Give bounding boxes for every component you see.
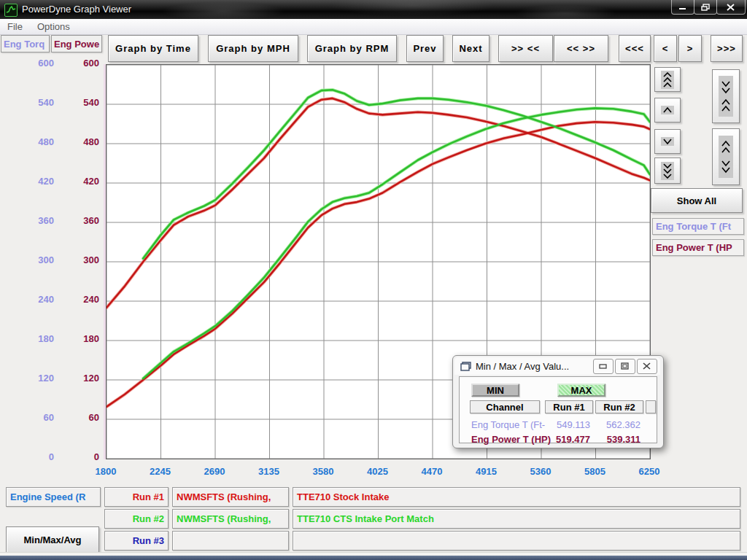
y-tick-torque-600: 600 [1, 58, 54, 69]
toolbar-button-[interactable]: > [678, 35, 702, 62]
minmax-col-run1: Run #1 [545, 400, 593, 413]
toolbar-button-graph-by-mph[interactable]: Graph by MPH [208, 35, 298, 62]
y-tick-power-360: 360 [48, 215, 99, 226]
toolbar-button-[interactable]: < [654, 35, 677, 62]
y-tick-power-300: 300 [48, 254, 99, 265]
y-tick-torque-480: 480 [1, 136, 54, 147]
aero-glass-shine [131, 0, 642, 19]
x-tick-4470: 4470 [403, 466, 461, 477]
toolbar-button-[interactable]: >> << [498, 35, 553, 62]
minmax-row2-channel: Eng Power T (HP) [471, 434, 551, 445]
run2-desc-box[interactable]: TTE710 CTS Intake Port Match [293, 509, 740, 529]
y-tick-power-540: 540 [48, 97, 99, 108]
channel-label-power-text: Eng Power T (HP [656, 242, 732, 253]
minmax-row1-run1: 549.113 [545, 419, 590, 430]
y-tick-torque-60: 60 [1, 412, 54, 423]
x-tick-4025: 4025 [349, 466, 407, 477]
scroll-up-icon[interactable] [654, 98, 681, 122]
run1-file: NWMSFTS (Rushing, [177, 491, 271, 502]
x-tick-2690: 2690 [185, 466, 244, 477]
toolbar-button-[interactable]: <<< [619, 35, 651, 62]
run1-label: Run #1 [133, 491, 164, 502]
minmax-row1-run2: 562.362 [595, 419, 640, 430]
close-icon[interactable] [716, 0, 746, 15]
x-tick-1800: 1800 [77, 466, 135, 477]
tab-eng-power[interactable]: Eng Powe [51, 35, 102, 52]
minmax-col-clipped [646, 400, 656, 413]
toolbar-button-[interactable]: << >> [554, 35, 608, 62]
y-tick-power-120: 120 [48, 373, 99, 384]
menu-bar: File Options [0, 19, 747, 35]
menu-file[interactable]: File [0, 21, 30, 32]
run3-desc-box[interactable] [293, 531, 740, 551]
toolbar-button-[interactable]: >>> [711, 35, 743, 62]
form-icon [460, 362, 471, 371]
min-max-avg-button[interactable]: Min/Max/Avg [6, 526, 99, 553]
y-tick-torque-120: 120 [1, 373, 54, 384]
min-tab[interactable]: MIN [471, 384, 519, 397]
x-tick-5805: 5805 [566, 466, 624, 477]
run2-file: NWMSFTS (Rushing, [177, 513, 271, 524]
tab-eng-power-label: Eng Powe [54, 39, 99, 50]
toolbar-button-graph-by-rpm[interactable]: Graph by RPM [307, 35, 397, 62]
run3-file-box[interactable] [172, 531, 289, 551]
minimize-button[interactable] [671, 0, 694, 15]
y-tick-torque-420: 420 [1, 176, 54, 187]
toolbar-button-graph-by-time[interactable]: Graph by Time [108, 35, 198, 62]
app-icon [4, 4, 18, 17]
toolbar-button-prev[interactable]: Prev [406, 35, 444, 62]
run1-desc: TTE710 Stock Intake [297, 491, 389, 502]
y-tick-torque-300: 300 [1, 254, 54, 265]
show-all-button[interactable]: Show All [651, 188, 743, 213]
minmax-titlebar[interactable]: Min / Max / Avg Valu... [454, 357, 660, 375]
y-tick-power-60: 60 [48, 412, 99, 423]
minmax-body: MIN MAX Channel Run #1 Run #2 Eng Torque… [459, 376, 657, 443]
x-tick-6250: 6250 [620, 466, 678, 477]
maximize-button[interactable] [694, 0, 717, 15]
minmax-row2-run2: 539.311 [595, 434, 640, 445]
x-tick-3135: 3135 [240, 466, 298, 477]
x-tick-3580: 3580 [294, 466, 352, 477]
run1-label-box: Run #1 [104, 487, 169, 507]
window-title: PowerDyne Graph Viewer [22, 4, 131, 15]
minmax-col-channel: Channel [470, 400, 540, 413]
minmax-title: Min / Max / Avg Valu... [476, 361, 569, 372]
run2-label: Run #2 [133, 513, 164, 524]
zoom-in-vertical-icon[interactable] [712, 69, 740, 123]
y-tick-torque-540: 540 [1, 97, 54, 108]
minmax-close-icon[interactable] [637, 359, 657, 374]
run1-file-box[interactable]: NWMSFTS (Rushing, [172, 487, 289, 507]
y-tick-torque-360: 360 [1, 215, 54, 226]
run3-label-box: Run #3 [104, 531, 169, 551]
scroll-down-icon[interactable] [654, 129, 681, 154]
run2-desc: TTE710 CTS Intake Port Match [297, 513, 434, 524]
menu-options[interactable]: Options [30, 21, 77, 32]
tab-eng-torque[interactable]: Eng Torq [1, 35, 50, 52]
y-tick-power-240: 240 [48, 294, 99, 305]
y-tick-power-420: 420 [48, 176, 99, 187]
run1-desc-box[interactable]: TTE710 Stock Intake [293, 487, 740, 507]
minmax-maximize-icon[interactable] [615, 359, 635, 374]
scroll-down-triple-icon[interactable] [654, 158, 681, 184]
channel-label-torque[interactable]: Eng Torque T (Ft [652, 218, 744, 235]
toolbar-button-next[interactable]: Next [452, 35, 489, 62]
x-axis-channel-box[interactable]: Engine Speed (R [6, 487, 101, 507]
zoom-out-vertical-icon[interactable] [712, 128, 740, 185]
y-tick-torque-240: 240 [1, 294, 54, 305]
x-tick-4915: 4915 [457, 466, 516, 477]
x-tick-5360: 5360 [511, 466, 570, 477]
scroll-up-triple-icon[interactable] [654, 67, 681, 92]
run2-file-box[interactable]: NWMSFTS (Rushing, [172, 509, 289, 529]
max-tab[interactable]: MAX [557, 384, 605, 397]
run2-label-box: Run #2 [104, 509, 169, 529]
taskbar-edge [0, 556, 747, 560]
minmax-window[interactable]: Min / Max / Avg Valu... MIN MAX Channel … [452, 355, 664, 448]
channel-label-power[interactable]: Eng Power T (HP [652, 239, 744, 256]
run3-label: Run #3 [133, 535, 164, 546]
y-tick-power-0: 0 [48, 451, 99, 462]
minmax-minimize-icon[interactable] [593, 359, 614, 374]
y-tick-power-600: 600 [48, 58, 99, 69]
y-tick-torque-0: 0 [1, 451, 54, 462]
minmax-col-run2: Run #2 [595, 400, 643, 413]
minmax-row1-channel: Eng Torque T (Ft- [471, 419, 545, 430]
